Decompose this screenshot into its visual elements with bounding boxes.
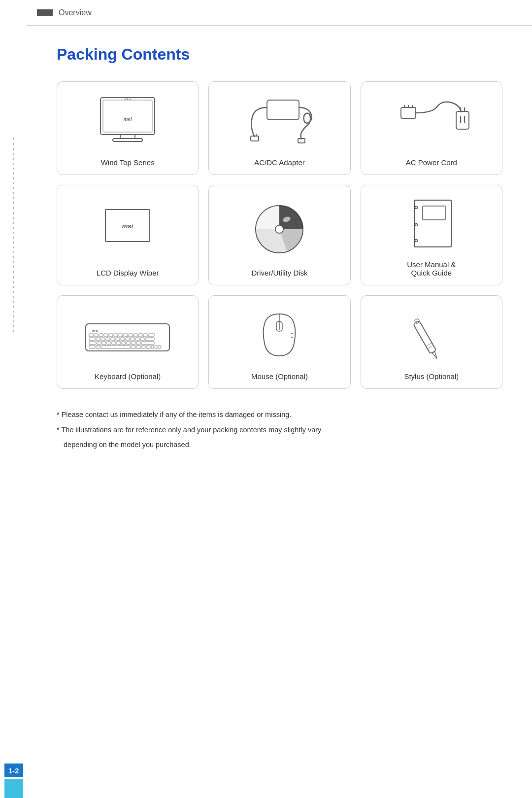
svg-point-26 bbox=[275, 225, 283, 233]
svg-rect-41 bbox=[119, 334, 123, 337]
svg-rect-70 bbox=[141, 342, 154, 345]
svg-rect-58 bbox=[140, 338, 144, 341]
item-label-ac-cord: AC Power Cord bbox=[406, 158, 457, 167]
svg-rect-39 bbox=[109, 334, 113, 337]
svg-rect-13 bbox=[401, 107, 416, 118]
svg-rect-1 bbox=[103, 100, 152, 132]
item-label-keyboard: Keyboard (Optional) bbox=[95, 372, 161, 381]
svg-rect-46 bbox=[143, 334, 147, 337]
stylus-image bbox=[369, 306, 494, 366]
svg-rect-3 bbox=[113, 139, 142, 141]
driver-disk-image bbox=[217, 195, 342, 263]
svg-rect-84 bbox=[413, 320, 436, 354]
svg-rect-17 bbox=[456, 111, 469, 129]
svg-line-87 bbox=[426, 343, 431, 346]
item-card-driver-disk: Driver/Utility Disk bbox=[208, 185, 350, 285]
svg-rect-62 bbox=[102, 342, 106, 345]
svg-rect-55 bbox=[126, 338, 130, 341]
svg-rect-59 bbox=[145, 338, 154, 341]
note-2-cont: depending on the model you purchased. bbox=[57, 439, 502, 451]
svg-rect-80 bbox=[158, 346, 161, 348]
svg-rect-38 bbox=[104, 334, 108, 337]
svg-point-29 bbox=[415, 207, 417, 209]
svg-rect-75 bbox=[136, 346, 140, 348]
mouse-image bbox=[217, 306, 342, 366]
svg-rect-60 bbox=[89, 342, 96, 345]
header-title: Overview bbox=[59, 8, 92, 17]
svg-rect-74 bbox=[132, 346, 135, 348]
svg-rect-49 bbox=[96, 338, 100, 341]
ac-adapter-image bbox=[217, 92, 342, 152]
item-card-mouse: Mouse (Optional) bbox=[208, 295, 350, 389]
svg-rect-42 bbox=[124, 334, 128, 337]
item-card-user-manual: User Manual &Quick Guide bbox=[361, 185, 502, 285]
svg-rect-51 bbox=[106, 338, 110, 341]
svg-rect-67 bbox=[127, 342, 131, 345]
svg-rect-45 bbox=[138, 334, 142, 337]
svg-rect-32 bbox=[423, 206, 445, 220]
note-1: * Please contact us immediately if any o… bbox=[57, 409, 502, 421]
svg-rect-50 bbox=[101, 338, 105, 341]
svg-line-88 bbox=[428, 346, 432, 348]
item-label-user-manual: User Manual &Quick Guide bbox=[407, 260, 456, 277]
svg-rect-73 bbox=[101, 346, 131, 348]
lcd-wiper-image: msi bbox=[65, 195, 190, 263]
item-card-stylus: Stylus (Optional) bbox=[361, 295, 502, 389]
svg-rect-2 bbox=[120, 135, 135, 139]
svg-rect-56 bbox=[131, 338, 134, 341]
svg-text:msi: msi bbox=[124, 117, 132, 122]
item-card-lcd-wiper: msi LCD Display Wiper bbox=[57, 185, 199, 285]
svg-rect-52 bbox=[111, 338, 115, 341]
user-manual-image bbox=[369, 195, 494, 254]
item-card-ac-cord: AC Power Cord bbox=[361, 81, 502, 175]
svg-text:msi: msi bbox=[122, 222, 133, 230]
page-title: Packing Contents bbox=[57, 45, 502, 64]
page-header: Overview bbox=[27, 0, 532, 26]
page-badge: 1-2 bbox=[4, 763, 23, 777]
sidebar: 1-2 bbox=[0, 0, 27, 798]
svg-rect-65 bbox=[117, 342, 121, 345]
item-label-driver-disk: Driver/Utility Disk bbox=[251, 269, 307, 277]
header-bar-icon bbox=[37, 9, 53, 16]
svg-rect-71 bbox=[89, 346, 95, 348]
svg-rect-76 bbox=[141, 346, 145, 348]
page-accent bbox=[4, 779, 23, 798]
sidebar-dots bbox=[13, 138, 14, 759]
item-label-mouse: Mouse (Optional) bbox=[251, 372, 308, 381]
item-card-wind-top: msi Wind Top Series bbox=[57, 81, 199, 175]
main-content: Packing Contents msi bbox=[27, 26, 532, 484]
notes-section: * Please contact us immediately if any o… bbox=[57, 409, 502, 451]
svg-rect-69 bbox=[136, 342, 140, 345]
svg-rect-57 bbox=[135, 338, 139, 341]
item-label-lcd-wiper: LCD Display Wiper bbox=[97, 269, 159, 277]
svg-rect-78 bbox=[151, 346, 154, 348]
svg-rect-77 bbox=[146, 346, 150, 348]
item-label-stylus: Stylus (Optional) bbox=[404, 372, 459, 381]
wind-top-image: msi bbox=[65, 92, 190, 152]
svg-rect-54 bbox=[121, 338, 125, 341]
item-card-ac-adapter: AC/DC Adapter bbox=[208, 81, 350, 175]
svg-rect-72 bbox=[96, 346, 100, 348]
svg-rect-36 bbox=[94, 334, 98, 337]
ac-cord-image bbox=[369, 92, 494, 152]
items-grid: msi Wind Top Series bbox=[57, 81, 502, 389]
item-label-wind-top: Wind Top Series bbox=[101, 158, 155, 167]
svg-rect-43 bbox=[129, 334, 133, 337]
svg-rect-35 bbox=[89, 334, 93, 337]
svg-rect-0 bbox=[100, 98, 155, 135]
svg-rect-44 bbox=[133, 334, 137, 337]
svg-point-4 bbox=[125, 98, 126, 100]
svg-rect-48 bbox=[89, 338, 95, 341]
svg-rect-47 bbox=[148, 334, 154, 337]
svg-point-6 bbox=[130, 98, 131, 100]
svg-rect-68 bbox=[132, 342, 135, 345]
svg-rect-63 bbox=[107, 342, 111, 345]
item-label-ac-adapter: AC/DC Adapter bbox=[254, 158, 305, 167]
svg-point-30 bbox=[415, 224, 417, 226]
item-card-keyboard: msi bbox=[57, 295, 199, 389]
svg-rect-61 bbox=[97, 342, 101, 345]
svg-rect-66 bbox=[122, 342, 126, 345]
svg-rect-40 bbox=[114, 334, 118, 337]
svg-text:msi: msi bbox=[92, 329, 99, 333]
svg-point-5 bbox=[127, 98, 129, 100]
